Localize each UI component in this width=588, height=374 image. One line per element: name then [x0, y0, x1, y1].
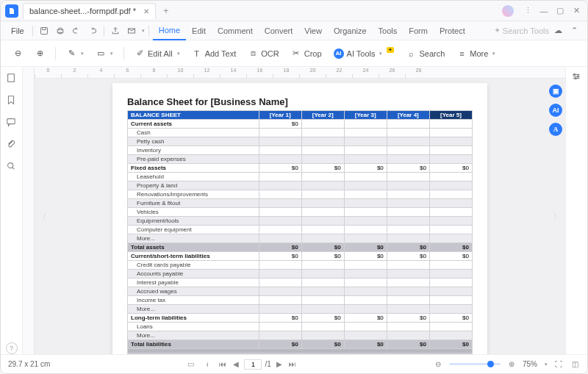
search-tools-button[interactable]: ✦ Search Tools — [494, 26, 549, 35]
zoom-slider-thumb[interactable] — [487, 361, 494, 367]
share-icon[interactable] — [110, 26, 121, 36]
menubar: File ▾ HomeEditCommentConvertViewOrganiz… — [1, 21, 587, 40]
fit-page-icon[interactable]: ◫ — [570, 359, 580, 370]
row-value — [387, 208, 429, 217]
row-label: Leasehold — [128, 173, 259, 181]
row-value: $0 — [429, 243, 472, 252]
next-page-icon[interactable]: ▶ — [274, 359, 284, 370]
menu-tab-form[interactable]: Form — [403, 21, 434, 40]
row-value — [429, 278, 472, 287]
bookmarks-icon[interactable] — [6, 95, 18, 107]
mail-dropdown-caret[interactable]: ▾ — [142, 28, 145, 34]
row-value — [344, 137, 387, 146]
more-button[interactable]: ≡More▾ — [452, 46, 500, 62]
svg-rect-0 — [40, 27, 47, 34]
floating-user-icon[interactable]: ▣ — [549, 84, 562, 98]
close-tab-icon[interactable]: ✕ — [143, 7, 149, 15]
cloud-icon[interactable]: ☁ — [553, 26, 563, 36]
search-panel-icon[interactable] — [6, 161, 18, 173]
menu-tab-organize[interactable]: Organize — [328, 21, 373, 40]
zoom-out-status-icon[interactable]: ⊖ — [433, 359, 443, 370]
add-text-button[interactable]: TAdd Text — [187, 46, 241, 62]
floating-ai-icon[interactable]: AI — [549, 104, 562, 117]
page-number-input[interactable] — [244, 359, 262, 370]
zoom-dropdown-caret[interactable]: ▾ — [545, 362, 548, 367]
row-value — [429, 146, 472, 155]
first-page-icon[interactable]: ⏮ — [218, 359, 228, 370]
menu-dots-icon[interactable]: ⋮ — [521, 4, 534, 18]
collapse-ribbon-icon[interactable]: ⌃ — [569, 26, 579, 36]
row-value: $0 — [344, 314, 387, 323]
search-button[interactable]: ⌕Search — [401, 46, 449, 62]
row-value: $0 — [259, 340, 301, 349]
settings-sliders-icon[interactable] — [571, 71, 583, 83]
row-label: Renovations/improvements — [128, 190, 259, 199]
maximize-button[interactable]: ▢ — [553, 4, 567, 18]
crop-button[interactable]: ✂Crop — [287, 46, 326, 62]
row-value: $0 — [301, 243, 344, 252]
zoom-in-button[interactable]: ⊕ — [30, 46, 49, 62]
row-label: Accrued wages — [128, 287, 259, 296]
edit-all-button[interactable]: ✐Edit All▾ — [130, 46, 184, 62]
row-value: $0 — [429, 353, 472, 355]
help-icon[interactable]: ? — [6, 342, 18, 354]
save-icon[interactable] — [39, 26, 49, 36]
row-value — [429, 305, 472, 314]
row-value — [301, 261, 344, 270]
minimize-button[interactable]: — — [537, 4, 551, 18]
user-profile-icon[interactable] — [502, 5, 514, 17]
row-value — [387, 137, 429, 146]
row-value: $0 — [301, 340, 344, 349]
shape-tool[interactable]: ▭▾ — [91, 46, 118, 62]
row-value — [301, 155, 344, 164]
mail-icon[interactable] — [126, 26, 137, 36]
menu-tab-protect[interactable]: Protect — [434, 21, 471, 40]
menu-tab-tools[interactable]: Tools — [373, 21, 404, 40]
row-value — [429, 261, 472, 270]
close-window-button[interactable]: ✕ — [570, 4, 583, 18]
row-value: $0 — [387, 252, 429, 261]
row-value — [344, 261, 387, 270]
highlight-tool[interactable]: ✎▾ — [62, 46, 88, 62]
last-page-icon[interactable]: ⏭ — [287, 359, 298, 370]
row-value — [387, 226, 429, 234]
menu-tab-home[interactable]: Home — [153, 21, 186, 40]
menu-tab-view[interactable]: View — [298, 21, 328, 40]
comments-icon[interactable] — [6, 117, 18, 129]
prev-page-icon[interactable]: ◀ — [231, 359, 241, 370]
continuous-view-icon[interactable]: ⫞ — [201, 359, 212, 370]
file-menu[interactable]: File — [7, 26, 29, 35]
row-value — [301, 287, 344, 296]
row-value — [344, 296, 387, 305]
attachments-icon[interactable] — [6, 139, 18, 151]
print-icon[interactable] — [55, 26, 65, 36]
add-tab-button[interactable]: + — [159, 5, 173, 16]
layout-view-icon[interactable]: ▭ — [185, 359, 196, 370]
row-value — [301, 137, 344, 146]
zoom-out-button[interactable]: ⊖ — [8, 46, 27, 62]
row-value — [387, 331, 429, 340]
zoom-in-status-icon[interactable]: ⊕ — [506, 359, 517, 370]
header-cell: [Year 2] — [301, 111, 344, 120]
menu-tab-edit[interactable]: Edit — [186, 21, 212, 40]
row-value — [387, 146, 429, 155]
document-viewport[interactable]: 〈 〉 ▣ AI A Balance Sheet for [Business N… — [35, 79, 565, 354]
row-value: $0 — [301, 164, 344, 173]
row-value: $0 — [301, 252, 344, 261]
thumbnails-icon[interactable] — [6, 73, 18, 84]
menu-tab-comment[interactable]: Comment — [212, 21, 259, 40]
fullscreen-icon[interactable]: ⛶ — [553, 359, 564, 370]
prev-page-arrow[interactable]: 〈 — [36, 209, 49, 225]
row-value — [344, 146, 387, 155]
zoom-slider[interactable] — [449, 363, 501, 365]
menu-tab-convert[interactable]: Convert — [259, 21, 299, 40]
row-value — [387, 296, 429, 305]
ocr-button[interactable]: ⧈OCR — [243, 46, 283, 62]
redo-icon[interactable] — [87, 26, 98, 36]
row-value — [429, 190, 472, 199]
ai-tools-button[interactable]: AIAI Tools▾✦ — [329, 46, 399, 62]
next-page-arrow[interactable]: 〉 — [551, 209, 564, 225]
floating-a-icon[interactable]: A — [549, 123, 562, 136]
undo-icon[interactable] — [71, 26, 82, 36]
document-tab[interactable]: balance-sheet...-formpdf.pdf * ✕ — [23, 3, 156, 19]
